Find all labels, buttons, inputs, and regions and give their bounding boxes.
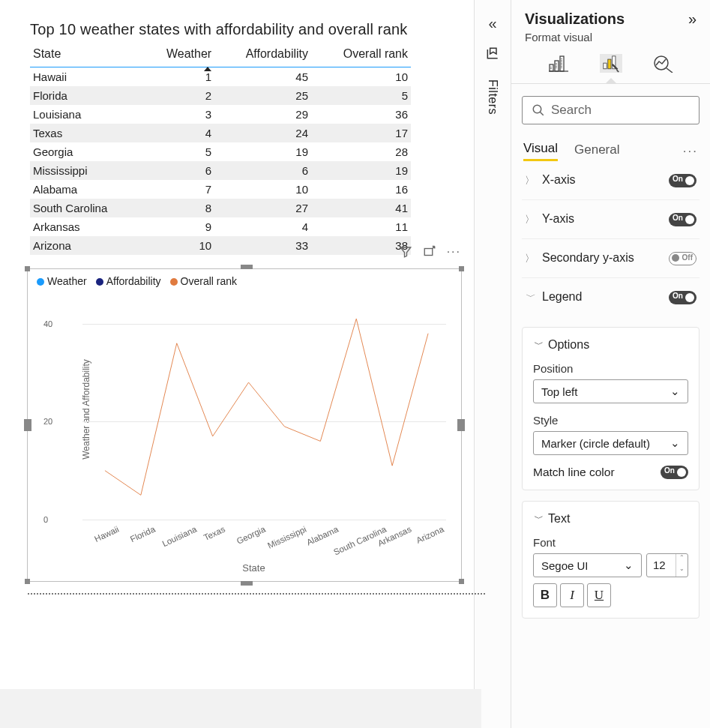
toggle-label: Off [682, 253, 693, 262]
alignment-guide [28, 593, 485, 595]
stepper-down-icon[interactable]: ⌄ [676, 565, 688, 577]
svg-rect-9 [607, 59, 610, 69]
style-label: Style [533, 414, 688, 427]
cell-weather: 6 [142, 161, 214, 180]
col-affordability[interactable]: Affordability [214, 43, 311, 67]
chart-visual[interactable]: ··· Weather Affordability Overall rank W… [27, 268, 462, 582]
toggle-x-axis[interactable]: On [669, 174, 697, 187]
card-x-axis[interactable]: 〉X-axis On [522, 161, 700, 200]
underline-button[interactable]: U [587, 583, 611, 607]
resize-handle[interactable] [457, 419, 465, 431]
collapse-pane-icon[interactable]: « [488, 15, 496, 32]
table-row[interactable]: Florida2255 [30, 86, 411, 105]
table-row[interactable]: Arizona103338 [30, 236, 411, 255]
chevron-right-icon: 〉 [525, 253, 535, 264]
table-row[interactable]: Arkansas9411 [30, 217, 411, 236]
position-label: Position [533, 362, 688, 375]
options-header[interactable]: 〉 Options [533, 338, 688, 352]
cell-state: Arizona [30, 236, 142, 255]
format-visual-icon[interactable] [600, 54, 622, 73]
card-legend[interactable]: 〉Legend On [522, 278, 700, 316]
chevron-down-icon: 〉 [532, 514, 544, 523]
cell-overall: 19 [311, 161, 411, 180]
col-state[interactable]: State [30, 43, 142, 67]
chart-plot-area: Weather and Affordability State 02040 Ha… [61, 299, 446, 520]
visual-title: Top 10 weather states with affordability… [30, 21, 474, 38]
font-family-value: Segoe UI [541, 559, 589, 572]
bookmark-icon[interactable] [485, 46, 500, 63]
legend-item-overall[interactable]: Overall rank [170, 275, 237, 287]
style-select[interactable]: Marker (circle default) ⌄ [533, 431, 688, 455]
cell-weather: 5 [142, 142, 214, 161]
tab-visual[interactable]: Visual [523, 141, 558, 161]
toggle-match-line-color[interactable]: On [661, 466, 688, 479]
cell-overall: 16 [311, 180, 411, 199]
focus-mode-icon[interactable] [423, 245, 436, 259]
italic-button[interactable]: I [560, 583, 584, 607]
col-weather[interactable]: Weather [142, 43, 214, 67]
cell-state: South Carolina [30, 199, 142, 217]
cell-affordability: 25 [214, 86, 311, 105]
toggle-label: On [673, 214, 683, 222]
bars-area: HawaiiFloridaLouisianaTexasGeorgiaMissis… [87, 299, 446, 520]
svg-rect-1 [550, 64, 553, 71]
cell-overall: 17 [311, 124, 411, 142]
cell-affordability: 33 [214, 236, 311, 255]
font-size-input[interactable]: 12 ⌃⌄ [646, 553, 688, 577]
analytics-icon[interactable] [652, 54, 675, 73]
table-row[interactable]: South Carolina82741 [30, 199, 411, 217]
x-tick-label: Arizona [415, 525, 445, 545]
expand-pane-icon[interactable]: » [688, 10, 697, 28]
tab-general[interactable]: General [574, 142, 619, 160]
cell-weather: 8 [142, 199, 214, 217]
toggle-secondary-y-axis[interactable]: Off [669, 252, 697, 265]
table-row[interactable]: Hawaii14510 [30, 67, 411, 87]
card-label: Legend [542, 290, 582, 303]
resize-handle[interactable] [25, 266, 30, 271]
report-canvas[interactable]: Top 10 weather states with affordability… [0, 0, 474, 728]
card-y-axis[interactable]: 〉Y-axis On [522, 200, 700, 239]
cell-state: Florida [30, 86, 142, 105]
stepper-up-icon[interactable]: ⌃ [676, 554, 688, 565]
search-icon [532, 103, 545, 117]
resize-handle[interactable] [459, 266, 464, 271]
cell-overall: 38 [311, 236, 411, 255]
tabs-more-icon[interactable]: ··· [683, 144, 698, 159]
resize-handle[interactable] [25, 579, 30, 584]
card-secondary-y-axis[interactable]: 〉Secondary y-axis Off [522, 239, 700, 278]
position-select[interactable]: Top left ⌄ [533, 379, 688, 403]
col-weather-label: Weather [166, 47, 211, 60]
resize-handle[interactable] [241, 265, 253, 269]
table-row[interactable]: Texas42417 [30, 124, 411, 142]
filters-pane-label[interactable]: Filters [486, 79, 499, 115]
table-row[interactable]: Georgia51928 [30, 142, 411, 161]
search-input[interactable]: Search [522, 96, 700, 124]
text-header[interactable]: 〉 Text [533, 512, 688, 526]
table-row[interactable]: Mississippi6619 [30, 161, 411, 180]
table-row[interactable]: Alabama71016 [30, 180, 411, 199]
resize-handle[interactable] [24, 419, 31, 431]
toggle-legend[interactable]: On [669, 291, 697, 304]
chevron-down-icon: ⌄ [670, 385, 680, 398]
more-options-icon[interactable]: ··· [447, 245, 461, 259]
bold-button[interactable]: B [533, 583, 557, 607]
side-strip: « Filters [474, 0, 511, 728]
gridline [82, 520, 446, 520]
toggle-y-axis[interactable]: On [669, 213, 697, 226]
x-tick-label: Mississippi [266, 525, 307, 550]
filter-icon[interactable] [399, 245, 412, 259]
resize-handle[interactable] [241, 581, 253, 586]
cell-affordability: 27 [214, 199, 311, 217]
col-overall[interactable]: Overall rank [311, 43, 411, 67]
format-tabs: Visual General ··· [523, 141, 698, 161]
canvas-bottom-band [0, 689, 481, 728]
toggle-label: On [673, 175, 683, 183]
font-family-select[interactable]: Segoe UI ⌄ [533, 553, 642, 577]
legend-item-affordability[interactable]: Affordability [96, 275, 161, 287]
x-tick-label: Florida [129, 525, 157, 544]
cell-state: Alabama [30, 180, 142, 199]
legend-item-weather[interactable]: Weather [37, 275, 87, 287]
resize-handle[interactable] [459, 579, 464, 584]
table-row[interactable]: Louisiana32936 [30, 105, 411, 124]
build-visual-icon[interactable] [547, 54, 570, 73]
